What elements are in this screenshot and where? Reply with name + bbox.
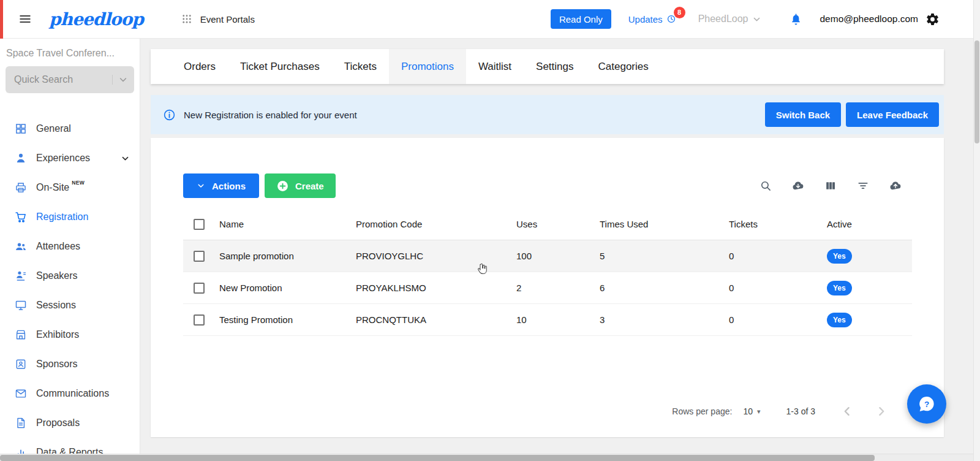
table-cell: Testing Promotion (219, 314, 356, 325)
dropdown-arrow-icon: ▾ (757, 408, 761, 416)
active-toggle-badge[interactable]: Yes (827, 281, 852, 295)
info-icon (163, 109, 176, 121)
updates-link[interactable]: Updates 8 (628, 14, 676, 25)
notifications-bell-icon[interactable] (790, 13, 802, 26)
read-only-button[interactable]: Read Only (551, 9, 611, 29)
top-header: pheedloop Event Portals Read Only Update… (0, 0, 980, 39)
mail-icon (15, 387, 27, 400)
active-cell: Yes (827, 313, 912, 327)
column-header: Promotion Code (356, 219, 516, 229)
settings-gear-icon[interactable] (925, 12, 940, 26)
rows-per-page-select[interactable]: 10 ▾ (743, 406, 760, 416)
checkbox[interactable] (194, 283, 205, 294)
tab-bar: OrdersTicket PurchasesTicketsPromotionsW… (151, 49, 944, 84)
quick-search-input[interactable]: Quick Search (6, 66, 134, 93)
table-toolbar: Actions Create (183, 173, 912, 198)
sidebar-item-general[interactable]: General (0, 114, 140, 143)
sidebar-item-communications[interactable]: Communications (0, 379, 140, 408)
tab-orders[interactable]: Orders (172, 49, 228, 84)
tab-categories[interactable]: Categories (586, 49, 661, 84)
checkbox[interactable] (194, 251, 205, 262)
tab-ticket-purchases[interactable]: Ticket Purchases (228, 49, 332, 84)
chevron-down-icon (197, 181, 205, 190)
switch-back-button[interactable]: Switch Back (765, 102, 841, 127)
sidebar-item-exhibitors[interactable]: Exhibitors (0, 320, 140, 349)
quick-search-placeholder: Quick Search (14, 74, 73, 85)
row-checkbox[interactable] (183, 314, 219, 326)
checkbox[interactable] (194, 219, 205, 230)
table-row[interactable]: Testing PromotionPROCNQTTUKA1030Yes (183, 304, 912, 336)
previous-page-button[interactable] (840, 404, 854, 419)
active-cell: Yes (827, 249, 912, 264)
mouse-cursor-icon (475, 262, 489, 276)
sidebar-item-proposals[interactable]: Proposals (0, 408, 140, 438)
sidebar-item-registration[interactable]: Registration (0, 202, 140, 232)
cloud-upload-icon[interactable] (889, 180, 902, 192)
sidebar-item-label: Experiences (36, 153, 90, 164)
monitor-icon (15, 299, 27, 311)
vertical-scrollbar[interactable] (973, 0, 980, 461)
chevron-down-icon[interactable] (112, 75, 128, 85)
row-checkbox[interactable] (183, 251, 219, 262)
org-dropdown[interactable]: PheedLoop (698, 13, 762, 25)
table-cell: 5 (600, 251, 729, 261)
banner-actions: Switch Back Leave Feedback (765, 102, 939, 127)
org-label: PheedLoop (698, 13, 748, 25)
sidebar-item-sessions[interactable]: Sessions (0, 291, 140, 320)
cloud-download-icon[interactable] (792, 180, 804, 192)
filter-icon[interactable] (857, 180, 869, 192)
column-header: Tickets (729, 219, 827, 229)
apps-grid-icon[interactable] (181, 13, 192, 25)
sidebar-item-label: Exhibitors (36, 329, 79, 340)
select-all-checkbox[interactable] (183, 219, 219, 230)
active-toggle-badge[interactable]: Yes (827, 249, 852, 264)
sidebar-item-data-reports[interactable]: Data & Reports (0, 438, 140, 454)
horizontal-scrollbar-thumb[interactable] (0, 455, 875, 461)
help-chat-button[interactable]: ? (907, 384, 946, 424)
actions-label: Actions (212, 181, 246, 191)
sidebar-item-label: Sponsors (36, 359, 78, 370)
next-page-button[interactable] (874, 404, 889, 419)
actions-dropdown-button[interactable]: Actions (183, 173, 259, 198)
active-toggle-badge[interactable]: Yes (827, 313, 852, 327)
chevron-down-icon (121, 154, 130, 163)
updates-label: Updates (628, 14, 663, 25)
table-row[interactable]: New PromotionPROYAKLHSMO260Yes (183, 272, 912, 304)
sidebar-item-experiences[interactable]: Experiences (0, 143, 140, 173)
table-cell: 0 (729, 283, 827, 293)
updates-count-badge: 8 (674, 7, 685, 18)
create-button[interactable]: Create (265, 173, 336, 198)
sidebar-item-on-site[interactable]: On-SiteNEW (0, 173, 140, 202)
tab-settings[interactable]: Settings (524, 49, 586, 84)
columns-icon[interactable] (824, 180, 837, 192)
table-cell: 6 (600, 283, 729, 293)
search-icon[interactable] (760, 180, 772, 192)
tab-tickets[interactable]: Tickets (332, 49, 389, 84)
tab-promotions[interactable]: Promotions (389, 49, 466, 84)
sidebar-item-sponsors[interactable]: Sponsors (0, 349, 140, 379)
tab-waitlist[interactable]: Waitlist (466, 49, 524, 84)
pheedloop-logo[interactable]: pheedloop (49, 9, 143, 29)
table-header-row: NamePromotion CodeUsesTimes UsedTicketsA… (183, 208, 912, 240)
table-row[interactable]: Sample promotionPROVIOYGLHC10050Yes (183, 240, 912, 272)
column-header: Times Used (600, 219, 729, 229)
sidebar-item-label: Data & Reports (36, 447, 103, 454)
horizontal-scrollbar[interactable] (0, 454, 973, 461)
sidebar-item-attendees[interactable]: Attendees (0, 232, 140, 261)
cart-icon (15, 211, 27, 223)
row-checkbox[interactable] (183, 283, 219, 294)
leave-feedback-button[interactable]: Leave Feedback (846, 102, 939, 127)
hamburger-menu-icon[interactable] (18, 12, 32, 26)
sidebar-item-label: General (36, 123, 71, 134)
vertical-scrollbar-thumb[interactable] (974, 40, 979, 143)
plus-circle-icon (276, 180, 289, 192)
banner-message: New Registration is enabled for your eve… (184, 110, 357, 120)
table-tools (760, 180, 912, 192)
checkbox[interactable] (194, 314, 205, 326)
document-icon (15, 417, 27, 429)
sidebar-item-speakers[interactable]: Speakers (0, 261, 140, 291)
table-cell: PROCNQTTUKA (356, 314, 516, 325)
sidebar-item-label: On-Site (36, 182, 69, 193)
main-content: OrdersTicket PurchasesTicketsPromotionsW… (140, 39, 973, 454)
promotions-panel: Actions Create NamePromotion CodeUsesTim… (151, 138, 944, 437)
